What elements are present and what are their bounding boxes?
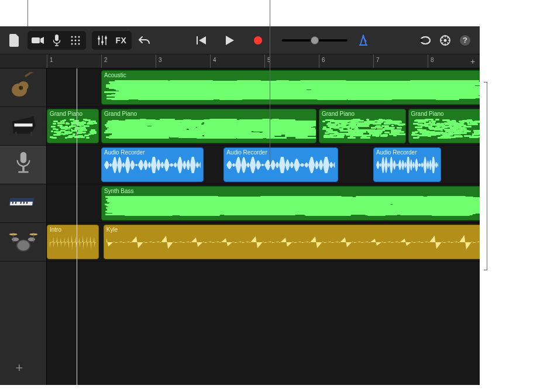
mixer-icon[interactable] xyxy=(93,32,112,49)
region[interactable]: Synth Bass xyxy=(101,186,480,221)
keyboard-icon xyxy=(8,188,39,219)
record-icon xyxy=(254,36,262,44)
track-lane[interactable]: Grand PianoGrand PianoGrand PianoGrand P… xyxy=(47,107,480,146)
svg-rect-33 xyxy=(22,166,24,171)
svg-rect-32 xyxy=(20,152,26,163)
svg-point-14 xyxy=(101,41,104,43)
master-volume-slider[interactable] xyxy=(282,39,347,42)
track-header-drums[interactable] xyxy=(0,223,46,262)
svg-rect-0 xyxy=(32,37,40,43)
metronome-button[interactable] xyxy=(355,32,372,49)
region[interactable]: Audio Recorder xyxy=(223,147,338,182)
grid-icon[interactable] xyxy=(66,32,85,49)
loop-button[interactable] xyxy=(417,32,434,49)
region[interactable]: Intro xyxy=(47,225,99,259)
region[interactable]: Audio Recorder xyxy=(101,147,204,182)
my-songs-button[interactable] xyxy=(6,32,23,49)
svg-point-6 xyxy=(75,39,77,41)
region-label: Grand Piano xyxy=(50,111,82,117)
svg-point-9 xyxy=(75,43,77,44)
callout-line-middle xyxy=(270,0,270,165)
app-window: FX ? xyxy=(0,26,480,385)
add-section-button[interactable]: + xyxy=(466,54,480,68)
ruler-tick: 1 xyxy=(47,54,53,68)
track-headers xyxy=(0,68,47,385)
region[interactable]: Kyle xyxy=(104,225,480,259)
volume-thumb[interactable] xyxy=(311,36,319,44)
track-lanes[interactable]: AcousticGrand PianoGrand PianoGrand Pian… xyxy=(47,68,480,385)
video-icon[interactable] xyxy=(29,32,47,49)
svg-rect-28 xyxy=(24,72,35,77)
track-lane[interactable]: Synth Bass xyxy=(47,184,480,223)
region[interactable]: Audio Recorder xyxy=(373,147,441,182)
region-label: Audio Recorder xyxy=(104,149,144,156)
svg-point-7 xyxy=(78,39,80,41)
region-label: Audio Recorder xyxy=(226,149,267,156)
track-header-keyboard[interactable] xyxy=(0,184,46,223)
svg-point-45 xyxy=(27,237,35,241)
svg-rect-30 xyxy=(15,132,17,136)
svg-rect-31 xyxy=(30,132,32,136)
region[interactable]: Grand Piano xyxy=(408,109,480,143)
svg-point-5 xyxy=(71,39,73,41)
svg-rect-1 xyxy=(55,35,59,41)
region[interactable]: Grand Piano xyxy=(101,109,316,143)
region-label: Grand Piano xyxy=(104,111,137,117)
drums-icon xyxy=(8,226,39,258)
piano-icon xyxy=(8,111,39,142)
guitar-icon xyxy=(8,72,39,104)
toolbar: FX ? xyxy=(0,26,480,54)
svg-point-16 xyxy=(105,37,107,39)
region-label: Intro xyxy=(50,226,61,233)
track-lane[interactable]: IntroKyle xyxy=(47,223,480,262)
svg-point-8 xyxy=(71,43,73,44)
svg-point-2 xyxy=(71,36,73,37)
svg-rect-17 xyxy=(197,36,198,44)
ruler-tick: 4 xyxy=(210,54,216,68)
ruler-tick: 7 xyxy=(373,54,380,68)
track-header-microphone[interactable] xyxy=(0,146,46,184)
timeline-ruler[interactable]: 12345678 + xyxy=(0,54,480,68)
svg-point-4 xyxy=(78,36,80,37)
add-track-button[interactable]: + xyxy=(11,359,28,377)
svg-point-10 xyxy=(78,43,80,44)
svg-point-12 xyxy=(98,37,100,40)
svg-rect-29 xyxy=(14,123,32,126)
region-label: Grand Piano xyxy=(411,111,444,117)
svg-point-44 xyxy=(12,237,19,241)
browser-group xyxy=(27,31,86,50)
settings-button[interactable] xyxy=(436,32,454,49)
ruler-tick: 6 xyxy=(319,54,325,68)
undo-button[interactable] xyxy=(136,32,153,49)
ruler-tick: 2 xyxy=(101,54,108,68)
region-label: Synth Bass xyxy=(104,188,134,194)
track-lane[interactable]: Audio RecorderAudio RecorderAudio Record… xyxy=(47,146,480,184)
fx-button[interactable]: FX xyxy=(112,32,130,49)
callout-bracket-right xyxy=(484,82,487,270)
microphone-icon xyxy=(8,149,39,181)
track-header-guitar[interactable] xyxy=(0,68,46,107)
help-button[interactable]: ? xyxy=(456,32,474,49)
track-controls-group: FX xyxy=(92,31,132,50)
ruler-tick: 3 xyxy=(156,54,162,68)
track-header-piano[interactable] xyxy=(0,107,46,146)
mic-icon[interactable] xyxy=(47,32,66,49)
region[interactable]: Grand Piano xyxy=(47,109,99,143)
svg-point-27 xyxy=(19,85,23,90)
svg-rect-34 xyxy=(18,171,28,173)
rewind-button[interactable] xyxy=(193,32,211,49)
track-lane[interactable]: Acoustic xyxy=(47,68,480,107)
callout-line-left xyxy=(27,0,28,26)
region-label: Kyle xyxy=(106,226,118,233)
svg-point-3 xyxy=(75,36,77,37)
record-button[interactable] xyxy=(249,32,267,49)
region[interactable]: Grand Piano xyxy=(319,109,406,143)
region-label: Grand Piano xyxy=(322,111,355,117)
play-button[interactable] xyxy=(221,32,239,49)
svg-text:?: ? xyxy=(463,36,467,44)
region-label: Acoustic xyxy=(104,72,126,78)
region[interactable]: Acoustic xyxy=(101,70,480,105)
tracks-area: AcousticGrand PianoGrand PianoGrand Pian… xyxy=(0,68,480,385)
ruler-tick: 8 xyxy=(428,54,434,68)
region-label: Audio Recorder xyxy=(376,149,417,156)
